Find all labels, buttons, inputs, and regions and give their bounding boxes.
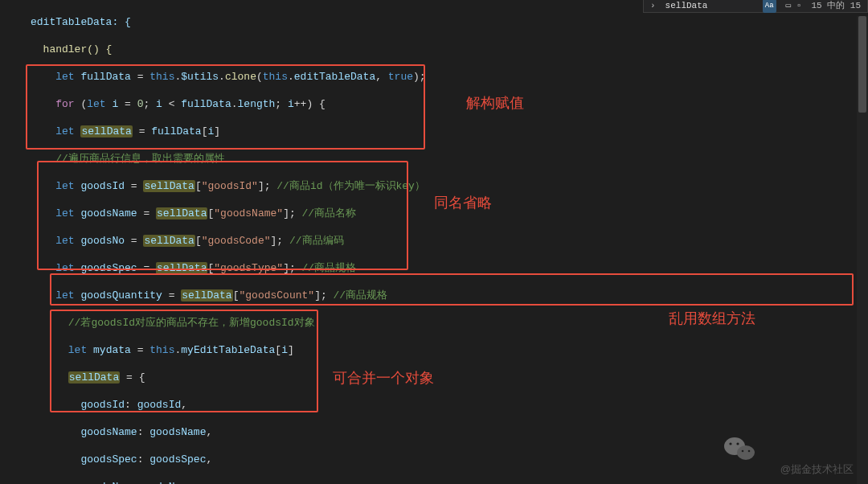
- code-line: handler() {: [31, 43, 868, 56]
- svg-point-5: [748, 450, 751, 453]
- scrollbar-thumb[interactable]: [858, 16, 866, 113]
- code-line: let goodsSpec = sellData["goodsType"]; /…: [31, 261, 868, 275]
- wechat-icon: [723, 435, 755, 466]
- code-line: let goodsId = sellData["goodsId"]; //商品i…: [31, 179, 868, 193]
- code-line: editTableData: {: [31, 15, 868, 29]
- code-line: //遍历商品行信息，取出需要的属性: [31, 152, 868, 166]
- code-editor[interactable]: editTableData: { handler() { let fullDat…: [0, 0, 868, 484]
- code-line: sellData = {: [31, 371, 868, 384]
- code-line: let goodsNo = sellData["goodsCode"]; //商…: [31, 234, 868, 248]
- code-line: //若goodsId对应的商品不存在，新增goodsId对象: [31, 316, 868, 330]
- svg-point-4: [742, 450, 744, 453]
- code-line: let goodsQuantity = sellData["goodsCount…: [31, 289, 868, 302]
- watermark-text: @掘金技术社区: [780, 462, 854, 476]
- code-line: let sellData = fullData[i]: [31, 125, 868, 138]
- vertical-scrollbar[interactable]: [857, 16, 868, 484]
- code-line: goodsId: goodsId,: [31, 398, 868, 412]
- code-line: let mydata = this.myEditTableData[i]: [31, 343, 868, 357]
- code-line: for (let i = 0; i < fullData.length; i++…: [31, 97, 868, 111]
- svg-point-1: [737, 445, 755, 460]
- svg-point-2: [729, 442, 731, 445]
- svg-point-3: [736, 442, 739, 445]
- code-line: let goodsName = sellData["goodsName"]; /…: [31, 207, 868, 220]
- code-line: goodsNo: goodsNo,: [31, 480, 868, 484]
- code-line: let fullData = this.$utils.clone(this.ed…: [31, 70, 868, 84]
